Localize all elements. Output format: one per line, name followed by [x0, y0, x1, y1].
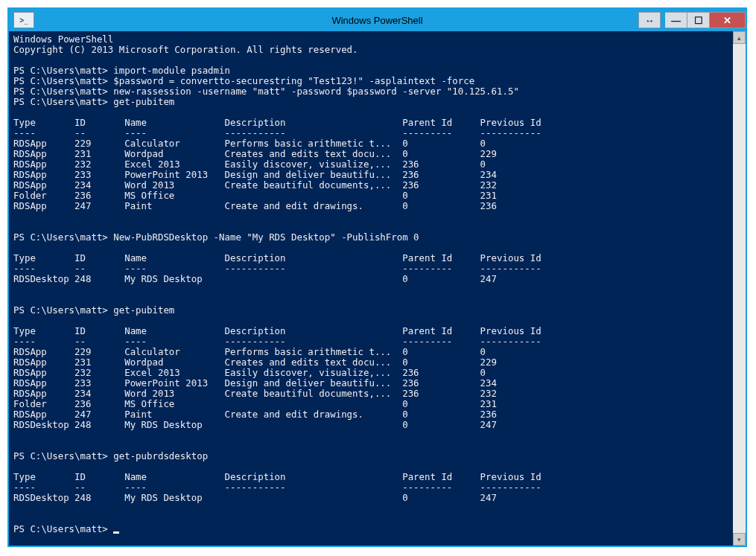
console-output[interactable]: Windows PowerShell Copyright (C) 2013 Mi… [9, 31, 733, 546]
cursor [113, 531, 119, 534]
close-button[interactable]: ✕ [710, 12, 746, 28]
console-area: Windows PowerShell Copyright (C) 2013 Mi… [9, 31, 746, 546]
scroll-up-button[interactable]: ▴ [733, 31, 746, 44]
window-controls: ↔ — ☐ ✕ [638, 12, 746, 28]
powershell-icon: >_ [13, 12, 34, 28]
scroll-track[interactable] [733, 44, 746, 533]
scroll-down-button[interactable]: ▾ [733, 533, 746, 546]
powershell-window: >_ Windows PowerShell ↔ — ☐ ✕ Windows Po… [7, 7, 747, 547]
minimize-button[interactable]: — [665, 12, 687, 28]
vertical-scrollbar[interactable]: ▴ ▾ [733, 31, 746, 546]
resize-button[interactable]: ↔ [638, 12, 661, 28]
window-title: Windows PowerShell [9, 15, 746, 26]
titlebar[interactable]: >_ Windows PowerShell ↔ — ☐ ✕ [9, 9, 746, 31]
maximize-button[interactable]: ☐ [687, 12, 710, 28]
